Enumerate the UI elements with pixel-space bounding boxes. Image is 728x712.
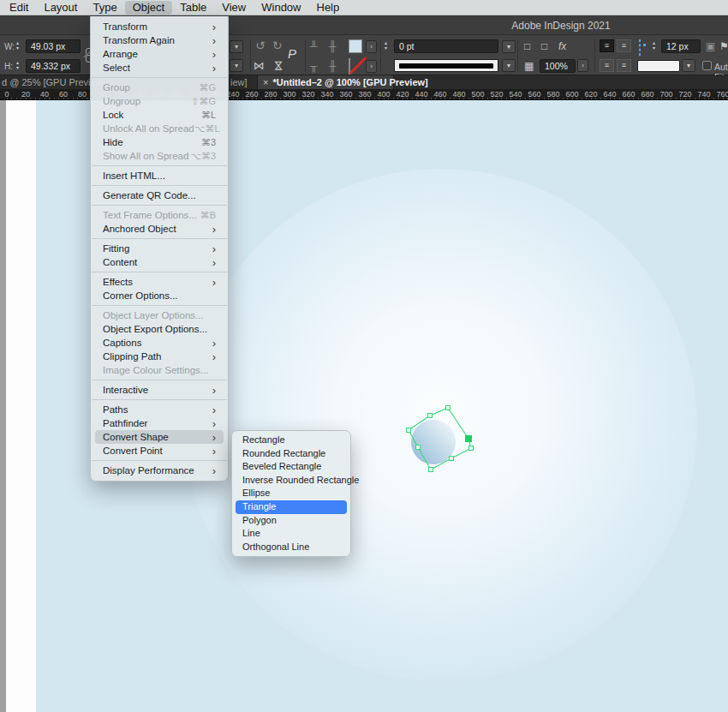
ruler-number: 320 [301,90,314,99]
anchor-handle-selected[interactable] [466,436,472,442]
flag-icon[interactable]: ⚑ [719,39,728,53]
menu-item-arrange[interactable]: Arrange› [95,47,224,61]
autofit-checkbox[interactable] [702,61,712,70]
flip-vertical-icon[interactable]: ⋈ [272,61,285,72]
submenu-item-rounded-rectangle[interactable]: Rounded Rectangle [236,447,347,461]
rotate-cw-icon[interactable]: ↻ [272,39,283,52]
stroke-weight-input[interactable]: 0 pt [394,39,498,53]
menu-item-corner-options[interactable]: Corner Options... [95,289,224,302]
gap-stepper[interactable]: ▴▾ [653,40,655,51]
tab-hidden-fragment[interactable]: iew] [230,77,248,87]
align-distribute-icon-1[interactable]: ╨ [310,39,318,53]
submenu-item-triangle[interactable]: Triangle [236,500,347,514]
text-wrap-none-icon[interactable]: ≡ [600,39,614,52]
reference-point-dropdown-bottom[interactable]: ▾ [230,59,243,72]
tab-untitled-2-active[interactable]: × *Untitled–2 @ 100% [GPU Preview] [257,75,394,89]
menu-item-content[interactable]: Content› [95,255,224,269]
width-stepper[interactable]: ▴▾ [16,40,19,51]
submenu-item-beveled-rectangle[interactable]: Beveled Rectangle [236,460,347,474]
menu-item-fitting[interactable]: Fitting› [95,242,224,255]
fill-color-swatch[interactable] [349,39,362,53]
frame-grid-icon[interactable] [639,39,641,56]
menubar-item-help[interactable]: Help [309,1,348,15]
submenu-item-line[interactable]: Line [236,527,347,541]
ruler-number: 480 [452,90,465,99]
menu-item-anchored-object[interactable]: Anchored Object› [95,222,224,236]
submenu-item-orthogonal-line[interactable]: Orthogonal Line [236,541,347,554]
stroke-style-select[interactable] [394,59,498,72]
menu-item-captions[interactable]: Captions› [95,336,224,350]
align-distribute-icon-4[interactable]: ╫ [329,59,337,73]
object-style-select[interactable] [637,60,680,72]
menu-item-convert-point[interactable]: Convert Point› [95,444,224,458]
menu-item-pathfinder[interactable]: Pathfinder› [95,416,224,430]
menubar-item-type[interactable]: Type [85,1,124,15]
menu-item-select[interactable]: Select› [95,61,224,75]
menu-item-lock[interactable]: Lock⌘L [95,108,224,122]
menu-item-label: Fitting [103,242,212,255]
anchor-handle[interactable] [450,457,454,461]
menubar-item-table[interactable]: Table [172,1,214,15]
gap-input[interactable]: 12 px [661,39,701,53]
anchor-handle[interactable] [446,406,451,410]
corner-options-icon[interactable]: □ [524,39,530,53]
stroke-weight-dropdown[interactable]: ▾ [502,40,516,53]
ruler-number: 300 [283,90,295,99]
text-wrap-around-icon[interactable]: ≡ [617,39,631,52]
menu-item-paths[interactable]: Paths› [95,403,224,416]
menu-item-effects[interactable]: Effects› [95,275,224,289]
menu-item-object-export-options[interactable]: Object Export Options... [95,322,224,336]
menubar-item-layout[interactable]: Layout [36,1,85,15]
menubar-item-view[interactable]: View [214,1,254,15]
flip-horizontal-icon[interactable]: ⋈ [254,59,265,73]
menubar-item-edit[interactable]: Edit [2,1,36,15]
rotate-ccw-icon[interactable]: ↺ [255,39,266,52]
fill-swatch-arrow[interactable]: › [366,40,377,53]
ruler-number: 20 [21,90,30,99]
reference-point-dropdown-top[interactable]: ▾ [230,40,243,53]
anchor-handle[interactable] [469,446,474,451]
menu-item-unlock-all-on-spread: Unlock All on Spread⌥⌘L [95,122,224,135]
stroke-color-swatch-none[interactable] [349,58,350,75]
menu-item-clipping-path[interactable]: Clipping Path› [95,350,224,363]
frame-fitting-icon[interactable]: ▣ [706,39,715,53]
menu-item-transform-again[interactable]: Transform Again› [95,33,224,47]
opacity-arrow[interactable]: › [577,59,588,72]
text-wrap-options-icon[interactable]: ≡ [617,59,631,72]
stroke-weight-stepper[interactable]: ▴▾ [385,40,387,51]
corner-shape-icon[interactable]: □ [541,39,547,53]
menu-item-insert-html[interactable]: Insert HTML... [95,169,224,182]
submenu-item-inverse-rounded-rectangle[interactable]: Inverse Rounded Rectangle [236,474,347,488]
anchor-handle[interactable] [429,468,433,472]
width-label: W: [4,42,15,51]
height-input[interactable]: 49.332 px [26,59,81,73]
anchor-handle[interactable] [416,446,421,450]
text-wrap-jump-icon[interactable]: ≡ [600,59,614,72]
menu-item-hide[interactable]: Hide⌘3 [95,135,224,149]
menu-item-convert-shape[interactable]: Convert Shape› [95,430,224,444]
menu-item-label: Corner Options... [103,289,216,302]
anchor-handle[interactable] [407,428,411,433]
menu-separator [92,399,227,400]
stroke-style-dropdown[interactable]: ▾ [502,59,516,72]
selected-shape[interactable] [403,403,480,480]
menu-item-display-performance[interactable]: Display Performance› [95,464,224,477]
submenu-item-ellipse[interactable]: Ellipse [236,487,347,500]
menubar-item-window[interactable]: Window [254,1,308,15]
stroke-swatch-arrow[interactable]: › [366,60,377,73]
close-tab-icon[interactable]: × [263,76,268,88]
menu-item-interactive[interactable]: Interactive› [95,383,224,397]
height-stepper[interactable]: ▴▾ [16,60,19,70]
opacity-input[interactable]: 100% [540,59,576,73]
align-distribute-icon-3[interactable]: ╥ [310,59,318,73]
submenu-item-rectangle[interactable]: Rectangle [236,434,347,447]
menu-item-generate-qr-code[interactable]: Generate QR Code... [95,188,224,202]
align-distribute-icon-2[interactable]: ╫ [329,39,337,53]
object-style-dropdown[interactable]: ▾ [682,59,695,72]
width-input[interactable]: 49.03 px [26,39,81,53]
effects-fx-icon[interactable]: fx [558,39,566,53]
submenu-item-polygon[interactable]: Polygon [236,514,347,528]
menu-item-transform[interactable]: Transform› [95,20,224,33]
anchor-handle[interactable] [428,414,433,418]
menubar-item-object[interactable]: Object [125,1,173,15]
